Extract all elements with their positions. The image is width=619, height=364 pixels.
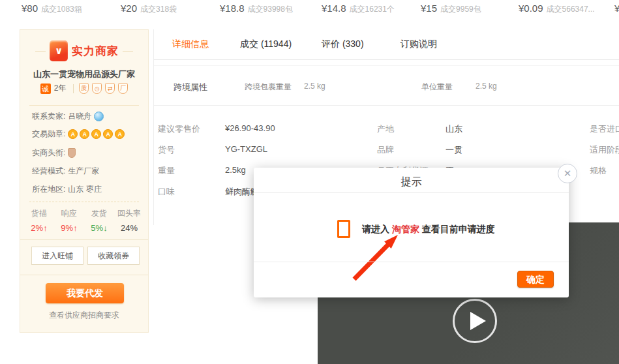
- attr-value: 2.5kg: [225, 165, 246, 175]
- stat-number: 9%: [61, 223, 73, 233]
- stat-label: 货描: [24, 208, 54, 219]
- region-label: 所在地区:: [32, 184, 65, 195]
- stat-description: 货描 2%↑: [24, 208, 54, 233]
- favorite-coupon-button[interactable]: 收藏领券: [87, 247, 140, 265]
- deal-item[interactable]: ¥15成交9959包: [421, 3, 481, 15]
- crossborder-title: 跨境属性: [174, 82, 207, 93]
- trade-medal-icon: A: [68, 129, 78, 139]
- trade-medal-icon: A: [80, 129, 89, 139]
- contact-name: 吕晓舟: [68, 111, 91, 122]
- stat-label: 发货: [84, 208, 114, 219]
- divider: [254, 192, 569, 193]
- attr-label: 产地: [377, 123, 394, 135]
- medals-label: 交易勋章:: [32, 129, 65, 140]
- mode-row: 经营模式:生产厂家: [32, 166, 99, 177]
- attr-label: 重量: [158, 165, 175, 177]
- tab-order-notes[interactable]: 订购说明: [400, 38, 437, 50]
- stat-label: 响应: [54, 208, 84, 219]
- seller-stats: 货描 2%↑ 响应 9%↑ 发货 5%↓ 回头率 24%: [24, 208, 144, 233]
- package-weight-label: 跨境包裹重量: [245, 82, 292, 93]
- divider: [20, 239, 148, 240]
- deal-price: ¥80: [22, 3, 38, 14]
- factory-shield-icon: 厂: [118, 83, 128, 94]
- ontime-shield-icon: ◷: [92, 83, 102, 94]
- deal-item[interactable]: ¥: [614, 3, 619, 14]
- company-name[interactable]: 山东一贯宠物用品源头厂家: [20, 68, 148, 80]
- attr-row: 货号 YG-TXZGL 品牌 一贯 适用阶段: [158, 144, 619, 157]
- attr-row: 建议零售价 ¥26.90-43.90 产地 山东 是否进口: [158, 123, 619, 136]
- attr-value: 山东: [445, 123, 462, 135]
- region-value: 山东 枣庄: [68, 184, 101, 195]
- attr-label: 适用阶段: [590, 144, 619, 156]
- deal-price: ¥: [614, 3, 619, 14]
- stat-repeat-rate: 回头率 24%: [114, 208, 144, 233]
- stat-value: 9%↑: [54, 223, 84, 233]
- stat-number: 2%: [31, 223, 43, 233]
- crossborder-section: 跨境属性 跨境包裹重量 2.5 kg 单位重量 2.5 kg: [154, 65, 619, 106]
- deal-count: 成交16231个: [350, 5, 395, 14]
- close-icon[interactable]: ✕: [558, 164, 577, 183]
- honor-label: 实商头衔:: [32, 147, 65, 159]
- wangwang-chat-icon[interactable]: [94, 112, 104, 121]
- arrow-up-icon: ↑: [43, 223, 48, 233]
- taoguanjia-icon: [337, 220, 350, 238]
- deal-price: ¥14.8: [322, 3, 346, 14]
- trade-medal-icon: A: [91, 129, 101, 139]
- power-seller-label: 实力商家: [72, 44, 119, 59]
- tab-detail-info[interactable]: 详细信息: [172, 38, 209, 50]
- attr-value: YG-TXZGL: [225, 144, 267, 154]
- deal-count: 成交1083箱: [41, 5, 82, 14]
- enter-shop-button[interactable]: 进入旺铺: [31, 247, 83, 265]
- detail-tabbar: 详细信息 成交 (11944) 评价 (330) 订购说明: [154, 29, 619, 60]
- trade-medal-icon: A: [115, 129, 125, 139]
- member-years: 2年: [54, 83, 67, 94]
- stat-value: 5%↓: [84, 223, 114, 233]
- decor-line: [123, 51, 133, 52]
- contact-label: 联系卖家:: [32, 111, 65, 122]
- exchange-shield-icon: ⇄: [105, 83, 115, 94]
- deal-price: ¥18.8: [220, 3, 245, 14]
- deal-item[interactable]: ¥14.8成交16231个: [322, 3, 395, 15]
- arrow-down-icon: ↓: [103, 223, 108, 233]
- attr-value: 一贯: [445, 144, 462, 156]
- stat-shipping: 发货 5%↓: [84, 208, 114, 233]
- seller-badges: 诚 2年 质 ◷ ⇄ 厂: [20, 83, 148, 94]
- deal-price: ¥0.09: [519, 3, 543, 14]
- divider: [73, 84, 74, 93]
- divider: [254, 262, 569, 262]
- honor-row: 实商头衔:: [32, 147, 76, 159]
- consign-button[interactable]: 我要代发: [46, 283, 124, 303]
- tab-reviews[interactable]: 评价 (330): [322, 38, 364, 50]
- play-button[interactable]: [453, 299, 497, 343]
- stat-value: 24%: [114, 223, 144, 233]
- deal-price: ¥20: [121, 3, 137, 14]
- attr-label: 货号: [158, 144, 175, 156]
- stat-label: 回头率: [114, 208, 144, 219]
- mode-value: 生产厂家: [68, 166, 99, 177]
- message-suffix: 查看目前申请进度: [419, 224, 495, 234]
- attr-label: 规格: [590, 165, 607, 177]
- deal-item[interactable]: ¥80成交1083箱: [22, 3, 82, 15]
- confirm-button[interactable]: 确定: [517, 271, 554, 288]
- deal-count: 成交9959包: [440, 5, 481, 14]
- stat-response: 响应 9%↑: [54, 208, 84, 233]
- mode-label: 经营模式:: [32, 166, 65, 177]
- deal-count: 成交318袋: [140, 5, 177, 14]
- divider: [29, 202, 139, 202]
- tab-transactions[interactable]: 成交 (11944): [240, 38, 292, 50]
- deal-item[interactable]: ¥18.8成交93998包: [220, 3, 293, 15]
- attr-value: ¥26.90-43.90: [225, 123, 275, 133]
- divider: [20, 275, 148, 275]
- power-seller-icon: ∨: [50, 40, 68, 61]
- deal-item[interactable]: ¥0.09成交566347...: [519, 3, 595, 15]
- red-arrow-icon: [349, 228, 408, 287]
- contact-row: 联系卖家:吕晓舟: [32, 111, 104, 122]
- trade-medal-icon: A: [103, 129, 113, 139]
- notice-modal: 提示 请进入 淘管家 查看目前申请进度 确定: [254, 168, 569, 297]
- supplier-requirements-link[interactable]: 查看供应商招商要求: [20, 310, 148, 321]
- attr-label: 口味: [158, 186, 175, 198]
- deal-item[interactable]: ¥20成交318袋: [121, 3, 177, 15]
- package-weight-value: 2.5 kg: [304, 82, 325, 91]
- decor-line: [35, 51, 46, 52]
- attr-label: 品牌: [377, 144, 394, 156]
